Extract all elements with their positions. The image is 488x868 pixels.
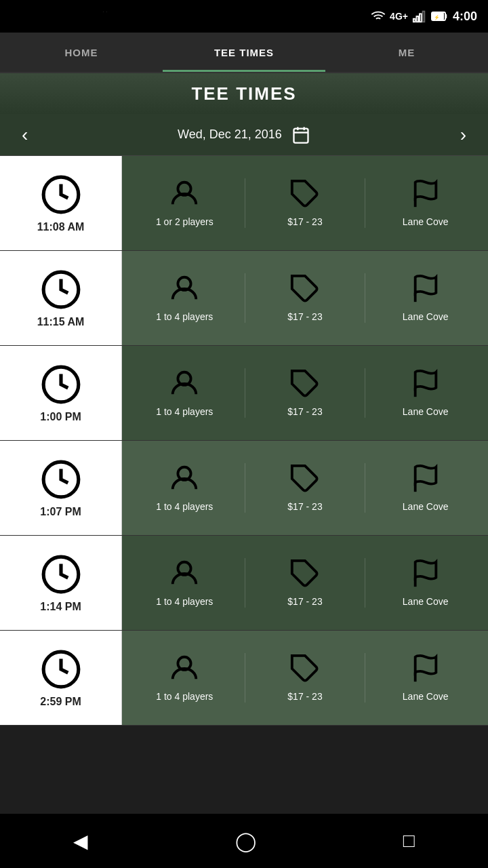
page-title: TEE TIMES <box>191 83 296 104</box>
prev-date-button[interactable]: ‹ <box>16 119 33 151</box>
clock-icon <box>40 269 82 311</box>
next-date-button[interactable]: › <box>455 119 472 151</box>
basketball-icon <box>76 9 91 24</box>
tee-info: 1 to 4 players $17 - 23 Lane Cove <box>122 346 488 440</box>
price-cell: $17 - 23 <box>245 368 366 418</box>
skype-icon <box>33 9 47 24</box>
wifi-icon <box>371 9 386 24</box>
svg-rect-11 <box>413 19 415 22</box>
location-label: Lane Cove <box>403 216 449 228</box>
wrench-icon <box>11 9 26 24</box>
recent-apps-button[interactable]: □ <box>403 830 415 852</box>
players-cell: 1 to 4 players <box>125 558 245 608</box>
clock-icon <box>40 648 82 690</box>
svg-point-10 <box>106 12 107 12</box>
time-label: 1:14 PM <box>40 601 81 613</box>
status-bar: 4G+ ⚡ 4:00 <box>0 0 488 33</box>
time-label: 11:08 AM <box>37 221 85 233</box>
players-cell: 1 to 4 players <box>125 368 245 418</box>
tee-time-col: 11:08 AM <box>0 156 122 250</box>
svg-rect-12 <box>416 16 418 22</box>
clock-icon <box>40 363 82 406</box>
tee-times-list: 11:08 AM 1 or 2 players $17 - 23 Lane Co… <box>0 156 488 814</box>
players-label: 1 to 4 players <box>156 406 213 418</box>
location-cell: Lane Cove <box>365 653 485 703</box>
players-cell: 1 to 4 players <box>125 273 245 323</box>
android-icon <box>98 9 113 24</box>
page-title-bar: TEE TIMES <box>0 73 488 114</box>
back-button[interactable]: ◀ <box>73 830 88 852</box>
location-cell: Lane Cove <box>365 273 485 323</box>
tee-row[interactable]: 1:00 PM 1 to 4 players $17 - 23 Lane Cov… <box>0 346 488 441</box>
svg-point-9 <box>103 12 104 12</box>
tab-me[interactable]: ME <box>325 33 488 72</box>
tab-bar: HOME TEE TIMES ME <box>0 33 488 73</box>
location-label: Lane Cove <box>403 501 449 513</box>
price-icon <box>289 463 321 494</box>
price-label: $17 - 23 <box>287 596 322 608</box>
status-right-icons: 4G+ ⚡ 4:00 <box>371 9 477 24</box>
svg-rect-18 <box>293 128 308 142</box>
home-button[interactable]: ◯ <box>235 830 256 852</box>
svg-rect-13 <box>420 14 422 22</box>
tee-time-col: 1:07 PM <box>0 441 122 535</box>
players-label: 1 or 2 players <box>156 216 214 228</box>
players-cell: 1 to 4 players <box>125 463 245 513</box>
location-label: Lane Cove <box>403 691 449 703</box>
location-cell: Lane Cove <box>365 368 485 418</box>
tee-row[interactable]: 2:59 PM 1 to 4 players $17 - 23 Lane Cov… <box>0 631 488 726</box>
time-label: 1:00 PM <box>40 411 81 423</box>
location-flag-icon <box>410 273 441 304</box>
tee-time-col: 11:15 AM <box>0 251 122 345</box>
price-label: $17 - 23 <box>287 216 322 228</box>
players-icon <box>169 368 200 399</box>
players-cell: 1 or 2 players <box>125 178 245 228</box>
battery-icon: ⚡ <box>431 9 449 24</box>
location-cell: Lane Cove <box>365 178 485 228</box>
players-label: 1 to 4 players <box>156 596 213 608</box>
tee-row[interactable]: 11:08 AM 1 or 2 players $17 - 23 Lane Co… <box>0 156 488 251</box>
location-flag-icon <box>410 368 441 399</box>
tee-info: 1 to 4 players $17 - 23 Lane Cove <box>122 251 488 345</box>
location-label: Lane Cove <box>403 311 449 323</box>
status-left-icons <box>11 9 113 24</box>
tee-row[interactable]: 1:14 PM 1 to 4 players $17 - 23 Lane Cov… <box>0 536 488 631</box>
price-cell: $17 - 23 <box>245 653 366 703</box>
players-label: 1 to 4 players <box>156 501 213 513</box>
svg-text:⚡: ⚡ <box>434 14 440 20</box>
location-flag-icon <box>410 558 441 589</box>
price-label: $17 - 23 <box>287 691 322 703</box>
tab-tee-times[interactable]: TEE TIMES <box>163 33 325 72</box>
players-icon <box>169 463 200 494</box>
document-icon <box>54 9 69 24</box>
tab-home[interactable]: HOME <box>0 33 163 72</box>
players-icon <box>169 653 200 684</box>
tee-row[interactable]: 1:07 PM 1 to 4 players $17 - 23 Lane Cov… <box>0 441 488 536</box>
clock-icon <box>40 458 82 500</box>
tee-info: 1 or 2 players $17 - 23 Lane Cove <box>122 156 488 250</box>
signal-icon <box>412 9 427 24</box>
price-label: $17 - 23 <box>287 406 322 418</box>
players-icon <box>169 558 200 589</box>
time-label: 11:15 AM <box>37 316 85 328</box>
time-label: 2:59 PM <box>40 696 81 708</box>
tee-info: 1 to 4 players $17 - 23 Lane Cove <box>122 631 488 725</box>
players-label: 1 to 4 players <box>156 691 213 703</box>
tee-row[interactable]: 11:15 AM 1 to 4 players $17 - 23 Lane Co… <box>0 251 488 346</box>
location-flag-icon <box>410 178 441 210</box>
location-cell: Lane Cove <box>365 463 485 513</box>
calendar-icon[interactable] <box>291 125 310 144</box>
price-cell: $17 - 23 <box>245 463 366 513</box>
time-label: 1:07 PM <box>40 506 81 518</box>
players-label: 1 to 4 players <box>156 311 213 323</box>
price-icon <box>289 273 321 304</box>
price-icon <box>289 558 321 589</box>
date-display: Wed, Dec 21, 2016 <box>178 125 310 144</box>
price-label: $17 - 23 <box>287 311 322 323</box>
location-label: Lane Cove <box>403 596 449 608</box>
tee-info: 1 to 4 players $17 - 23 Lane Cove <box>122 536 488 630</box>
location-cell: Lane Cove <box>365 558 485 608</box>
location-flag-icon <box>410 653 441 684</box>
network-label: 4G+ <box>390 11 408 22</box>
clock-icon <box>40 174 82 216</box>
